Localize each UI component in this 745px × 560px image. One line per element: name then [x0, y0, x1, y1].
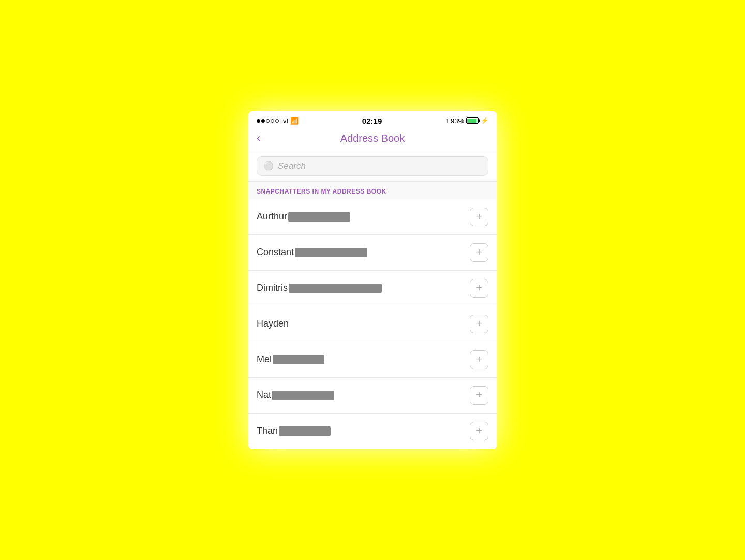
list-item: Constant +: [248, 235, 497, 271]
redacted-surname: [273, 355, 324, 364]
contact-name-row: Hayden: [257, 318, 289, 329]
redacted-surname: [272, 391, 334, 400]
add-contact-button[interactable]: +: [470, 386, 488, 405]
battery-icon: [466, 117, 479, 124]
add-contact-button[interactable]: +: [470, 422, 488, 440]
redacted-surname: [279, 426, 331, 436]
contact-name: Mel: [257, 354, 272, 365]
search-container: ⚪ Search: [248, 151, 497, 182]
search-icon: ⚪: [263, 161, 274, 171]
section-title: SNAPCHATTERS IN MY ADDRESS BOOK: [257, 188, 488, 195]
page-title: Address Book: [340, 132, 405, 144]
phone-screen: vf 📶 02:19 ↑ 93% ⚡ ‹ Address Book ⚪ Sear…: [248, 111, 497, 449]
contact-name-row: Dimitris: [257, 283, 382, 293]
status-left: vf 📶: [257, 117, 299, 125]
signal-icon: [257, 119, 279, 123]
search-bar[interactable]: ⚪ Search: [257, 156, 488, 176]
status-time: 02:19: [362, 116, 382, 125]
list-item: Aurthur +: [248, 199, 497, 235]
list-item: Hayden +: [248, 306, 497, 342]
battery-percent: 93%: [451, 117, 464, 125]
list-item: Than +: [248, 414, 497, 449]
contact-name: Dimitris: [257, 283, 288, 293]
contact-name: Nat: [257, 390, 271, 401]
contact-name: Hayden: [257, 318, 289, 329]
redacted-surname: [289, 284, 382, 293]
add-contact-button[interactable]: +: [470, 208, 488, 226]
add-contact-button[interactable]: +: [470, 279, 488, 298]
redacted-surname: [288, 212, 350, 222]
contact-name-row: Aurthur: [257, 211, 350, 222]
redacted-surname: [295, 248, 367, 257]
section-header: SNAPCHATTERS IN MY ADDRESS BOOK: [248, 182, 497, 199]
nav-bar: ‹ Address Book: [248, 128, 497, 151]
lightning-icon: ⚡: [481, 117, 488, 124]
contact-list: Aurthur + Constant + Dimitris + Hayden: [248, 199, 497, 449]
add-contact-button[interactable]: +: [470, 315, 488, 333]
add-contact-button[interactable]: +: [470, 243, 488, 262]
back-button[interactable]: ‹: [257, 132, 260, 144]
contact-name-row: Nat: [257, 390, 334, 401]
status-right: ↑ 93% ⚡: [445, 117, 488, 125]
contact-name: Constant: [257, 247, 294, 258]
contact-name-row: Constant: [257, 247, 367, 258]
wifi-icon: 📶: [290, 117, 299, 125]
list-item: Nat +: [248, 378, 497, 414]
search-placeholder: Search: [278, 161, 306, 171]
carrier-label: vf: [283, 117, 288, 125]
list-item: Mel +: [248, 342, 497, 378]
list-item: Dimitris +: [248, 271, 497, 306]
add-contact-button[interactable]: +: [470, 350, 488, 369]
status-bar: vf 📶 02:19 ↑ 93% ⚡: [248, 111, 497, 128]
contact-name-row: Than: [257, 425, 331, 436]
location-icon: ↑: [445, 117, 449, 124]
contact-name: Aurthur: [257, 211, 287, 222]
contact-name-row: Mel: [257, 354, 324, 365]
contact-name: Than: [257, 425, 278, 436]
